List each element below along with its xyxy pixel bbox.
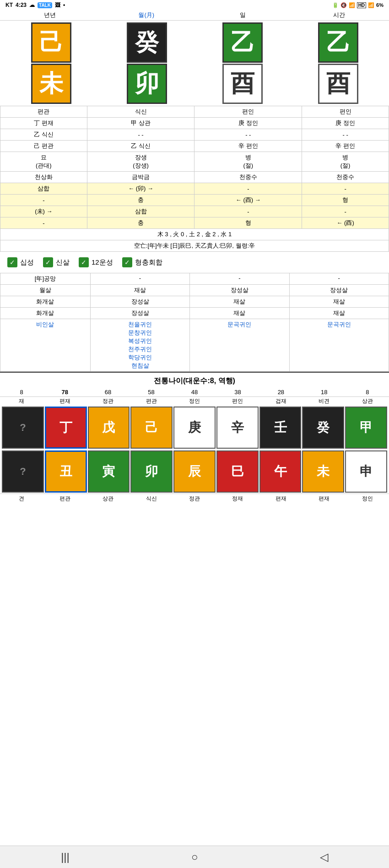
space-row: 空亡:[年]午未 [日]辰巳, 天乙貴人:巳卯, 월령:辛	[0, 240, 389, 252]
hl-2-1: -	[0, 195, 87, 206]
char-col-2: 癸 卯	[99, 22, 194, 104]
char-box-2-top: 癸	[127, 22, 167, 63]
dw-tg-5: 편인	[216, 397, 259, 406]
hl-4-1: -	[0, 217, 87, 229]
info-row-1: 丁 편재 甲 상관 庚 정인 庚 정인	[0, 118, 389, 129]
check-sinsal[interactable]: ✓ 신살	[43, 257, 70, 267]
dw-bl-0: 견	[0, 495, 43, 503]
dw-bot-6: 午	[259, 450, 302, 493]
sal-row-4: 비인살 천을귀인 문창귀인 복성귀인 천주귀인 학당귀인 현침살 문곡귀인 문곡…	[0, 319, 389, 372]
dw-tg-7: 비견	[303, 397, 346, 406]
info-row-2: 乙 식신 - - - - - -	[0, 129, 389, 141]
sal-4-2: 천을귀인 문창귀인 복성귀인 천주귀인 학당귀인 현침살	[90, 319, 189, 372]
sal-row-1: 월살 재살 장성살 장성살	[0, 285, 389, 296]
hd-icon: HD	[357, 2, 366, 8]
col-header-3: 일	[194, 11, 291, 19]
nav-menu-button[interactable]: |||	[61, 851, 70, 863]
dw-bot-4: 辰	[173, 450, 216, 493]
dw-top-8: 甲	[345, 407, 387, 449]
dw-num-4: 48	[173, 388, 216, 396]
talk-icon: TALK	[38, 2, 52, 8]
info-2-2: - -	[87, 129, 194, 141]
hl-1-1: 삼합	[0, 183, 87, 195]
hl-4-3: 형	[194, 217, 302, 229]
checks-row: ✓ 십성 ✓ 신살 ✓ 12운성 ✓ 형충회합	[0, 252, 389, 273]
dw-num-2: 68	[86, 388, 130, 396]
dw-bl-3: 식신	[130, 495, 173, 503]
check-label-sipseong: 십성	[20, 258, 34, 267]
dw-bot-3: 卯	[130, 450, 173, 493]
sal-1-3: 장성살	[190, 285, 289, 296]
char-col-3: 乙 酉	[195, 22, 290, 104]
col-header-4: 시간	[291, 11, 388, 19]
char-box-1-bottom: 未	[31, 64, 71, 104]
sal-0-2: -	[90, 273, 189, 285]
col-header-2: 월(月)	[98, 11, 195, 19]
dw-bot-8: 申	[345, 450, 387, 493]
highlight-row-1: 삼합 ← (卯) → - -	[0, 183, 389, 195]
hl-2-2: 충	[87, 195, 194, 206]
daewoon-numbers: 8 78 68 58 48 38 28 18 8	[0, 388, 389, 397]
info-2-4: - -	[302, 129, 389, 141]
sal-3-4: 재살	[289, 308, 389, 319]
mute-icon: 🔇	[340, 2, 347, 8]
char-box-2-bottom: 卯	[127, 64, 167, 104]
dw-bot-0: ?	[2, 450, 44, 493]
chars-grid: 己 未 癸 卯 乙 酉 乙 酉	[0, 21, 389, 106]
check-12woonseong[interactable]: ✓ 12운성	[79, 257, 113, 267]
sal-2-3: 재살	[190, 296, 289, 308]
nav-home-button[interactable]: ○	[191, 851, 198, 863]
check-sipseong[interactable]: ✓ 십성	[7, 257, 34, 267]
info-4-1: 묘(관대)	[0, 152, 87, 172]
daewoon-bottom-labels: 견 편관 상관 식신 정관 정재 편재 편재 정인	[0, 494, 389, 504]
sal-0-3: -	[190, 273, 289, 285]
dw-bl-6: 편재	[259, 495, 303, 503]
dw-bl-1: 편관	[43, 495, 86, 503]
sal-0-1: [年]공망	[0, 273, 91, 285]
dw-tg-2: 정관	[86, 397, 130, 406]
highlight-row-2: - 충 ← (酉) → 형	[0, 195, 389, 206]
dot-icon: •	[63, 2, 65, 8]
sal-1-1: 월살	[0, 285, 91, 296]
sal-3-1: 화개살	[0, 308, 91, 319]
dw-top-2: 戊	[88, 407, 130, 449]
info-3-4: 辛 편인	[302, 141, 389, 152]
sal-4-4: 문곡귀인	[289, 319, 389, 372]
dw-top-1: 丁	[45, 407, 87, 449]
col-header-1: 년년	[2, 11, 98, 19]
sal-row-0: [年]공망 - - -	[0, 273, 389, 285]
nav-back-button[interactable]: ◁	[320, 851, 328, 863]
info-1-4: 庚 정인	[302, 118, 389, 129]
check-label-sinsal: 신살	[56, 258, 70, 267]
sal-2-1: 화개살	[0, 296, 91, 308]
info-4-3: 병(절)	[194, 152, 302, 172]
info-2-1: 乙 식신	[0, 129, 87, 141]
dw-bot-7: 未	[302, 450, 344, 493]
highlight-row-3: (未) → 삼합 - -	[0, 206, 389, 217]
daewoon-bottom-chars: ? 丑 寅 卯 辰 巳 午 未 申	[0, 450, 389, 494]
info-5-4: 천중수	[302, 172, 389, 183]
info-row-3: 己 편관 乙 식신 辛 편인 辛 편인	[0, 141, 389, 152]
sal-1-4: 장성살	[289, 285, 389, 296]
ten-god-1: 편관	[0, 106, 87, 118]
sal-row-3: 화개살 장성살 재살 재살	[0, 308, 389, 319]
dw-num-5: 38	[216, 388, 259, 396]
info-2-3: - -	[194, 129, 302, 141]
ten-god-4: 편인	[302, 106, 389, 118]
check-hyungchung[interactable]: ✓ 형충회합	[122, 257, 162, 267]
dw-bl-2: 상관	[86, 495, 130, 503]
info-3-1: 己 편관	[0, 141, 87, 152]
daewoon-top-chars: ? 丁 戊 己 庚 辛 壬 癸 甲	[0, 406, 389, 450]
hl-4-2: 충	[87, 217, 194, 229]
char-box-3-top: 乙	[222, 22, 263, 63]
dw-num-3: 58	[130, 388, 173, 396]
summary-text: 木 3 , 火 0 , 土 2 , 金 2 , 水 1	[0, 229, 389, 240]
time: 4:23	[16, 2, 27, 8]
dw-num-7: 18	[303, 388, 346, 396]
ten-god-3: 편인	[194, 106, 302, 118]
info-1-3: 庚 정인	[194, 118, 302, 129]
hl-3-1: (未) →	[0, 206, 87, 217]
ten-god-2: 식신	[87, 106, 194, 118]
info-table: 편관 식신 편인 편인 丁 편재 甲 상관 庚 정인 庚 정인 乙 식신 - -…	[0, 106, 389, 252]
info-1-2: 甲 상관	[87, 118, 194, 129]
